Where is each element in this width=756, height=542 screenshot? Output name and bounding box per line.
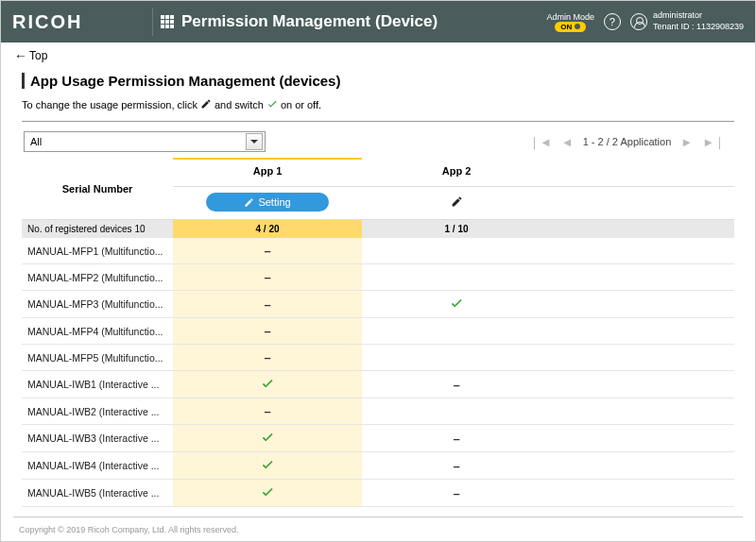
dash-icon: – [264, 404, 270, 418]
registered-devices-label: No. of registered devices 10 [22, 220, 173, 239]
dropdown-button-icon [246, 133, 263, 150]
serial-cell[interactable]: MANUAL-MFP4 (Multifunctio... [22, 318, 173, 345]
col-header-app2: App 2 [362, 160, 551, 186]
dash-icon: – [453, 459, 459, 473]
app1-cell[interactable]: – [173, 264, 362, 291]
serial-cell[interactable]: MANUAL-IWB3 (Interactive ... [22, 425, 173, 452]
footer-divider [13, 517, 743, 517]
breadcrumb[interactable]: ← Top [1, 42, 755, 69]
filter-select[interactable]: All [24, 131, 266, 152]
tenant-id: Tenant ID : 1132908239 [653, 22, 744, 33]
dash-icon: – [264, 244, 270, 258]
brand-logo: RICOH [12, 11, 145, 33]
dash-icon: – [264, 270, 270, 284]
app2-cell[interactable]: – [362, 480, 551, 507]
table-row: MANUAL-MFP2 (Multifunctio...– [22, 264, 734, 291]
app2-cell[interactable]: – [362, 371, 551, 398]
check-icon [261, 434, 274, 446]
table-row: MANUAL-IWB2 (Interactive ...– [22, 398, 734, 425]
app1-cell[interactable] [173, 452, 362, 480]
admin-mode-toggle[interactable]: Admin Mode ON [546, 12, 594, 32]
table-row: MANUAL-MFP4 (Multifunctio...– [22, 318, 734, 345]
dash-icon: – [264, 297, 270, 312]
col-header-serial: Serial Number [22, 159, 173, 220]
table-row: MANUAL-IWB5 (Interactive ...– [22, 480, 734, 507]
breadcrumb-top: Top [29, 49, 47, 62]
app1-cell[interactable]: – [173, 291, 362, 318]
apps-grid-icon[interactable] [161, 15, 174, 28]
app2-cell[interactable]: – [362, 425, 551, 452]
app2-count: 1 / 10 [362, 220, 551, 239]
check-icon [261, 462, 274, 473]
divider [152, 8, 153, 36]
app2-cell[interactable] [362, 291, 551, 318]
page-first-icon[interactable]: ❘◄ [529, 135, 552, 149]
serial-cell[interactable]: MANUAL-MFP2 (Multifunctio... [22, 264, 173, 291]
user-menu[interactable]: administrator Tenant ID : 1132908239 [630, 10, 744, 32]
app2-cell[interactable] [362, 264, 551, 291]
back-arrow-icon: ← [14, 48, 27, 63]
page-prev-icon[interactable]: ◄ [561, 135, 574, 149]
serial-cell[interactable]: MANUAL-IWB1 (Interactive ... [22, 371, 173, 398]
app1-cell[interactable]: – [173, 238, 362, 264]
table-row: MANUAL-MFP1 (Multifunctio...– [22, 238, 734, 264]
page-next-icon[interactable]: ► [680, 135, 693, 149]
app1-cell[interactable]: – [173, 345, 362, 371]
user-name: administrator [653, 10, 744, 22]
check-icon [266, 98, 278, 111]
serial-cell[interactable]: MANUAL-MFP1 (Multifunctio... [22, 238, 173, 264]
instruction-text: To change the usage permission, click an… [22, 98, 734, 111]
page-title: Permission Management (Device) [181, 12, 546, 31]
table-row: MANUAL-MFP3 (Multifunctio...– [22, 291, 734, 318]
permission-table: Serial Number App 1 App 2 Setting [22, 158, 734, 507]
check-icon [261, 489, 274, 500]
app1-cell[interactable] [173, 371, 362, 398]
app-header: RICOH Permission Management (Device) Adm… [1, 1, 755, 42]
dash-icon: – [453, 378, 459, 392]
table-row: MANUAL-IWB3 (Interactive ...– [22, 425, 734, 452]
check-icon [261, 381, 274, 392]
footer-copyright: Copyright © 2019 Ricoh Company, Ltd. All… [19, 525, 239, 534]
app1-cell[interactable] [173, 480, 362, 507]
section-title: App Usage Permission Management (devices… [22, 73, 734, 89]
setting-button-app2[interactable] [362, 190, 551, 217]
app2-cell[interactable] [362, 318, 551, 345]
app2-cell[interactable] [362, 238, 551, 264]
app1-cell[interactable] [173, 425, 362, 452]
help-icon[interactable]: ? [604, 13, 621, 30]
app1-count: 4 / 20 [173, 220, 362, 239]
check-icon [450, 300, 463, 312]
pagination-text: 1 - 2 / 2 Application [583, 136, 672, 147]
dash-icon: – [264, 350, 270, 364]
app1-cell[interactable]: – [173, 398, 362, 425]
app1-cell[interactable]: – [173, 318, 362, 345]
page-last-icon[interactable]: ►❘ [702, 135, 725, 149]
app2-cell[interactable] [362, 345, 551, 371]
dash-icon: – [264, 324, 270, 338]
pencil-icon [200, 98, 212, 111]
admin-mode-label: Admin Mode [546, 12, 594, 22]
pagination: ❘◄ ◄ 1 - 2 / 2 Application ► ►❘ [529, 135, 725, 149]
dash-icon: – [453, 486, 459, 500]
table-row: MANUAL-IWB4 (Interactive ...– [22, 452, 734, 480]
serial-cell[interactable]: MANUAL-IWB4 (Interactive ... [22, 452, 173, 480]
dash-icon: – [453, 432, 459, 446]
serial-cell[interactable]: MANUAL-MFP5 (Multifunctio... [22, 345, 173, 371]
admin-mode-badge: ON [555, 22, 586, 32]
col-header-app1: App 1 [173, 160, 362, 186]
serial-cell[interactable]: MANUAL-MFP3 (Multifunctio... [22, 291, 173, 318]
app2-cell[interactable] [362, 398, 551, 425]
serial-cell[interactable]: MANUAL-IWB2 (Interactive ... [22, 398, 173, 425]
app2-cell[interactable]: – [362, 452, 551, 480]
filter-selected-value: All [30, 136, 42, 147]
setting-button-app1[interactable]: Setting [206, 193, 328, 212]
table-row: MANUAL-IWB1 (Interactive ...– [22, 371, 734, 398]
serial-cell[interactable]: MANUAL-IWB5 (Interactive ... [22, 480, 173, 507]
divider-line [22, 121, 734, 122]
user-icon [630, 13, 647, 30]
table-row: MANUAL-MFP5 (Multifunctio...– [22, 345, 734, 371]
